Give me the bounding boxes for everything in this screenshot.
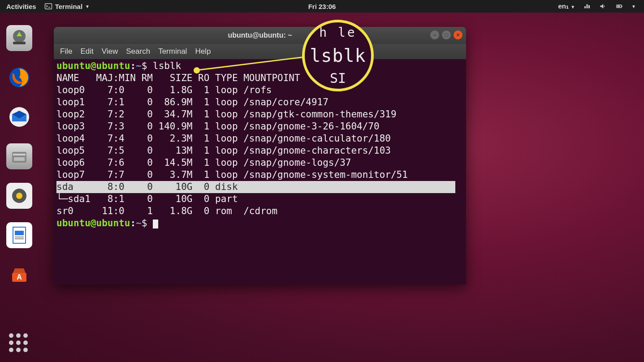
- prompt-sep: :: [130, 218, 136, 228]
- svg-rect-5: [13, 42, 26, 44]
- magnifier-text-bottom: SI: [330, 70, 346, 86]
- cursor-icon: [153, 220, 158, 228]
- menu-view[interactable]: View: [102, 47, 118, 56]
- menu-terminal[interactable]: Terminal: [158, 47, 187, 56]
- menu-help[interactable]: Help: [195, 47, 211, 56]
- lsblk-header: NAME MAJ:MIN RM SIZE RO TYPE MOUNTPOINT: [56, 73, 300, 83]
- app-indicator-label: Terminal: [55, 3, 82, 10]
- svg-rect-14: [15, 231, 24, 235]
- files-icon[interactable]: [6, 143, 32, 169]
- table-row: loop5 7:5 0 13M 1 loop /snap/gnome-chara…: [56, 145, 391, 156]
- battery-icon[interactable]: [615, 2, 623, 10]
- terminal-window: ubuntu@ubuntu: ~ – □ × File Edit View Se…: [54, 27, 466, 284]
- chevron-down-icon: ▼: [85, 4, 90, 9]
- table-row: sr0 11:0 1 1.8G 0 rom /cdrom: [56, 206, 277, 216]
- thunderbird-icon[interactable]: [6, 104, 32, 130]
- svg-point-12: [16, 193, 22, 199]
- table-row: loop2 7:2 0 34.7M 1 loop /snap/gtk-commo…: [56, 109, 397, 120]
- chevron-down-icon: ▼: [571, 4, 575, 9]
- terminal-body[interactable]: ubuntu@ubuntu:~$ lsblk NAME MAJ:MIN RM S…: [54, 59, 466, 230]
- volume-icon[interactable]: [599, 2, 607, 10]
- svg-rect-9: [13, 154, 26, 155]
- menu-file[interactable]: File: [60, 47, 72, 56]
- prompt-user: ubuntu@ubuntu: [56, 60, 130, 71]
- libreoffice-writer-icon[interactable]: [6, 222, 32, 248]
- minimize-button[interactable]: –: [430, 30, 439, 39]
- svg-rect-3: [618, 6, 620, 7]
- clock[interactable]: Fri 23:06: [308, 3, 336, 10]
- table-row: loop1 7:1 0 86.9M 1 loop /snap/core/4917: [56, 97, 328, 108]
- show-applications-button[interactable]: [9, 333, 28, 352]
- table-row: └─sda1 8:1 0 10G 0 part: [56, 194, 243, 204]
- command-text: lsblk: [153, 60, 181, 71]
- table-row: loop6 7:6 0 14.5M 1 loop /snap/gnome-log…: [56, 157, 351, 168]
- ubuntu-software-icon[interactable]: A: [6, 262, 32, 288]
- installer-icon[interactable]: [6, 25, 32, 51]
- svg-rect-2: [622, 6, 622, 7]
- dock: A: [0, 13, 39, 362]
- terminal-icon: [44, 2, 52, 10]
- gnome-topbar: Activities Terminal ▼ Fri 23:06 en₁ ▼ ▼: [0, 0, 644, 13]
- magnifier-text-top: h le: [319, 25, 356, 40]
- prompt-path: ~: [136, 218, 142, 228]
- prompt-path: ~: [136, 60, 142, 71]
- app-indicator[interactable]: Terminal ▼: [44, 2, 90, 10]
- chevron-down-icon[interactable]: ▼: [631, 4, 636, 9]
- table-row: loop4 7:4 0 2.3M 1 loop /snap/gnome-calc…: [56, 133, 391, 144]
- firefox-icon[interactable]: [6, 65, 32, 90]
- maximize-button[interactable]: □: [442, 30, 451, 39]
- svg-rect-0: [45, 4, 52, 9]
- svg-rect-10: [14, 157, 25, 161]
- menubar: File Edit View Search Terminal Help: [54, 44, 466, 59]
- magnifier-text-main: lsblk: [310, 45, 366, 66]
- close-button[interactable]: ×: [454, 30, 462, 39]
- language-label: en₁: [558, 2, 569, 10]
- table-row-highlighted: sda 8:0 0 10G 0 disk: [56, 181, 455, 193]
- prompt-sigil: $: [142, 60, 147, 71]
- table-row: loop3 7:3 0 140.9M 1 loop /snap/gnome-3-…: [56, 121, 380, 132]
- menu-edit[interactable]: Edit: [80, 47, 93, 56]
- prompt-sep: :: [130, 60, 136, 71]
- magnifier-callout: h le lsblk SI: [302, 20, 374, 91]
- rhythmbox-icon[interactable]: [6, 183, 32, 209]
- window-titlebar[interactable]: ubuntu@ubuntu: ~ – □ ×: [54, 27, 466, 44]
- svg-text:A: A: [17, 273, 22, 281]
- table-row: loop0 7:0 0 1.8G 1 loop /rofs: [56, 85, 272, 95]
- network-icon[interactable]: [583, 2, 591, 10]
- activities-button[interactable]: Activities: [6, 3, 36, 10]
- prompt-user: ubuntu@ubuntu: [56, 218, 130, 228]
- table-row: loop7 7:7 0 3.7M 1 loop /snap/gnome-syst…: [56, 169, 408, 180]
- window-title: ubuntu@ubuntu: ~: [228, 31, 292, 39]
- menu-search[interactable]: Search: [126, 47, 150, 56]
- prompt-sigil: $: [142, 218, 147, 228]
- language-indicator[interactable]: en₁ ▼: [558, 2, 575, 10]
